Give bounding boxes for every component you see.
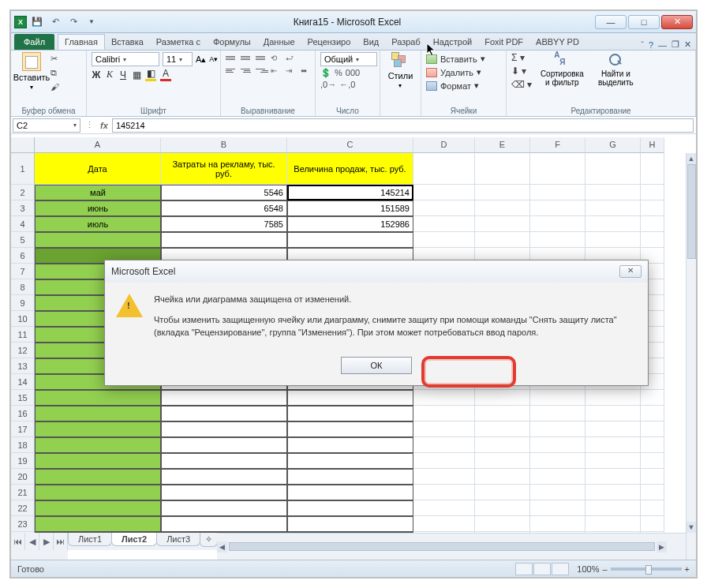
paste-button[interactable]: Вставить ▾ (16, 52, 47, 91)
sheet-tab-0[interactable]: Лист1 (68, 533, 112, 546)
vertical-scrollbar[interactable]: ▲ ▼ (686, 153, 696, 533)
zoom-out-button[interactable]: – (602, 564, 607, 574)
ribbon-tab-2[interactable]: Разметка с (150, 34, 207, 50)
italic-button[interactable]: К (105, 69, 114, 81)
cell-D1[interactable] (413, 153, 475, 185)
cell-E20[interactable] (475, 469, 530, 485)
cell-H20[interactable] (641, 469, 664, 485)
fill-icon[interactable]: ⬇ ▾ (511, 66, 532, 77)
ribbon-minimize-icon[interactable]: ˇ (641, 40, 644, 50)
cell-C5[interactable] (287, 232, 413, 248)
new-sheet-button[interactable]: ✧ (200, 533, 218, 547)
minimize-button[interactable]: — (595, 15, 627, 29)
column-header-C[interactable]: C (287, 137, 413, 153)
cell-F23[interactable] (530, 516, 585, 532)
cell-G5[interactable] (585, 232, 641, 248)
name-box[interactable]: C2▾ (13, 118, 80, 133)
qat-dropdown-icon[interactable]: ▼ (84, 14, 99, 30)
cell-C4[interactable]: 152986 (287, 216, 413, 232)
workbook-minimize-icon[interactable]: — (658, 40, 667, 50)
sheet-nav-prev-icon[interactable]: ◀ (25, 533, 39, 550)
cell-E3[interactable] (475, 200, 530, 216)
zoom-level[interactable]: 100% (577, 564, 599, 574)
sheet-nav-first-icon[interactable]: ⏮ (11, 533, 25, 550)
cell-C23[interactable] (287, 516, 413, 532)
bold-button[interactable]: Ж (92, 69, 101, 81)
cell-G19[interactable] (585, 453, 641, 469)
scroll-down-icon[interactable]: ▼ (686, 522, 697, 533)
cell-H5[interactable] (641, 232, 664, 248)
vscroll-thumb[interactable] (687, 164, 696, 259)
ribbon-tab-4[interactable]: Данные (257, 34, 301, 50)
column-header-G[interactable]: G (585, 137, 641, 153)
cell-E18[interactable] (475, 437, 530, 453)
column-header-F[interactable]: F (530, 137, 585, 153)
cell-A3[interactable]: июнь (35, 200, 161, 216)
cell-D20[interactable] (413, 469, 475, 485)
row-header-22[interactable]: 22 (11, 500, 35, 516)
cell-H3[interactable] (641, 200, 664, 216)
row-header-19[interactable]: 19 (11, 453, 35, 469)
sheet-nav-next-icon[interactable]: ▶ (39, 533, 54, 550)
sort-filter-button[interactable]: Сортировка и фильтр (538, 52, 585, 87)
increase-decimal-icon[interactable]: ,0→ (320, 80, 336, 89)
cell-B16[interactable] (161, 406, 287, 421)
ok-button[interactable]: ОК (341, 357, 412, 374)
delete-cells-button[interactable]: Удалить ▾ (426, 66, 481, 79)
sheet-nav-last-icon[interactable]: ⏭ (54, 533, 68, 550)
cell-H16[interactable] (641, 406, 664, 421)
cell-C16[interactable] (287, 406, 413, 421)
cell-B21[interactable] (161, 485, 287, 500)
cell-C1[interactable]: Величина продаж, тыс. руб. (287, 153, 413, 185)
cell-B17[interactable] (161, 421, 287, 437)
row-header-10[interactable]: 10 (11, 311, 35, 327)
cell-C3[interactable]: 151589 (287, 200, 413, 216)
cell-B19[interactable] (161, 453, 287, 469)
ribbon-tab-6[interactable]: Вид (357, 34, 385, 50)
cell-H18[interactable] (641, 437, 664, 453)
cell-G17[interactable] (585, 421, 641, 437)
cell-A23[interactable] (35, 516, 161, 532)
cell-G18[interactable] (585, 437, 641, 453)
cell-G20[interactable] (585, 469, 641, 485)
decrease-decimal-icon[interactable]: ←,0 (339, 80, 355, 89)
cell-F16[interactable] (530, 406, 585, 421)
cut-icon[interactable]: ✂ (50, 52, 59, 65)
row-header-1[interactable]: 1 (11, 153, 35, 185)
cell-D21[interactable] (413, 485, 475, 500)
cell-G1[interactable] (585, 153, 641, 185)
cell-F5[interactable] (530, 232, 585, 248)
row-header-5[interactable]: 5 (11, 232, 35, 248)
name-box-expand-icon[interactable]: ⋮ (82, 120, 96, 130)
ribbon-tab-1[interactable]: Вставка (105, 34, 150, 50)
cell-B5[interactable] (161, 232, 287, 248)
cell-C22[interactable] (287, 500, 413, 516)
cell-D18[interactable] (413, 437, 475, 453)
align-left-icon[interactable] (226, 65, 238, 76)
cell-D4[interactable] (413, 216, 475, 232)
row-header-9[interactable]: 9 (11, 295, 35, 311)
select-all-corner[interactable] (11, 137, 35, 153)
align-bottom-icon[interactable] (256, 52, 268, 63)
cell-E19[interactable] (475, 453, 530, 469)
cell-D16[interactable] (413, 406, 475, 421)
scroll-right-icon[interactable]: ▶ (656, 541, 667, 552)
close-button[interactable]: ✕ (661, 15, 693, 29)
cell-A2[interactable]: май (35, 185, 161, 200)
decrease-indent-icon[interactable]: ⇤ (271, 65, 283, 76)
row-header-13[interactable]: 13 (11, 358, 35, 374)
cell-F2[interactable] (530, 185, 585, 200)
cell-G21[interactable] (585, 485, 641, 500)
cell-B4[interactable]: 7585 (161, 216, 287, 232)
cell-F19[interactable] (530, 453, 585, 469)
row-header-17[interactable]: 17 (11, 421, 35, 437)
cell-G23[interactable] (585, 516, 641, 532)
styles-button[interactable]: Стили ▾ (388, 52, 413, 89)
cell-G3[interactable] (585, 200, 641, 216)
row-header-14[interactable]: 14 (11, 374, 35, 390)
cell-A1[interactable]: Дата (35, 153, 161, 185)
shrink-font-icon[interactable]: A▾ (209, 55, 218, 63)
cell-C21[interactable] (287, 485, 413, 500)
row-header-3[interactable]: 3 (11, 200, 35, 216)
cell-B18[interactable] (161, 437, 287, 453)
